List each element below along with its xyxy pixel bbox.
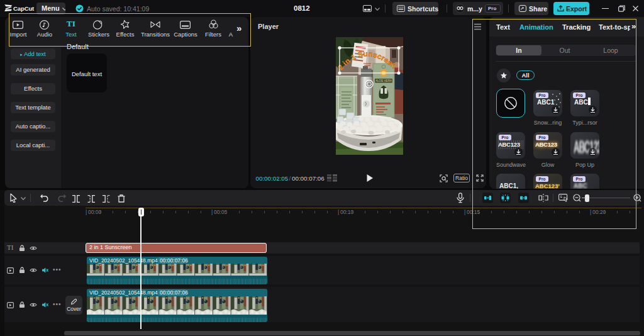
svg-text:ALOE VERA: ALOE VERA [375, 79, 392, 82]
